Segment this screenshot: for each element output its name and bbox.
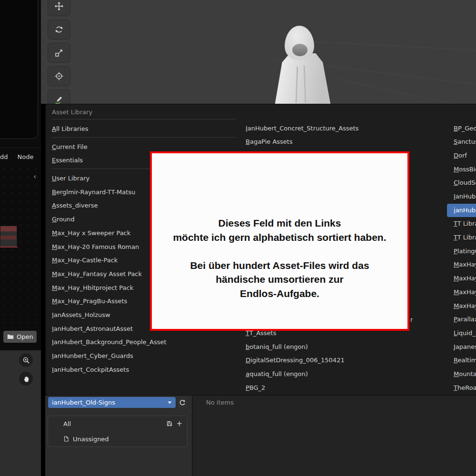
annotation-line: Bei über hundert Asset-Files wird das	[157, 258, 403, 273]
rotate-icon	[54, 25, 64, 34]
navigation-rail	[0, 350, 41, 476]
node-editor-region: dd Node ‹ Open	[0, 0, 41, 350]
asset-library-menu-item[interactable]: MaxHay	[447, 299, 476, 313]
annotate-tool-button[interactable]	[48, 89, 70, 104]
folder-icon	[7, 334, 14, 339]
menu-add-clipped[interactable]: dd	[0, 153, 8, 160]
viewport-toolbar	[48, 0, 70, 104]
asset-library-menu-item[interactable]: ianHube	[447, 204, 476, 218]
asset-library-selector-value: ianHubert_Old-Signs	[52, 399, 168, 406]
annotate-pencil-icon	[54, 95, 64, 104]
chevron-down-icon	[168, 401, 172, 404]
asset-library-menu-item[interactable]: BagaPie Assets	[246, 135, 446, 149]
shader-node[interactable]	[0, 226, 17, 248]
asset-library-menu-item[interactable]: botaniq_full (engon)	[246, 340, 446, 354]
catalog-tree: All +	[48, 416, 188, 447]
add-catalog-icon[interactable]: +	[176, 420, 182, 427]
chevron-left-icon[interactable]: ‹	[33, 173, 36, 180]
asset-library-menu-item[interactable]: TT Libra	[447, 231, 476, 245]
asset-library-menu-item[interactable]: Parallax	[447, 313, 476, 327]
node-link	[0, 247, 18, 248]
3d-viewport[interactable]	[41, 0, 476, 104]
asset-library-menu-item[interactable]: CloudSc	[447, 176, 476, 190]
statue-face	[292, 44, 307, 56]
annotation-line: Endlos-Aufgabe.	[157, 287, 403, 301]
save-catalog-icon[interactable]	[167, 421, 172, 426]
asset-library-menu-item[interactable]: All Libraries	[52, 122, 236, 136]
clipped-menu-item-fragment[interactable]: r	[410, 313, 413, 327]
asset-library-menu-item[interactable]: MaxHay	[447, 286, 476, 299]
asset-library-menu-item[interactable]: aquatiq_full (engon)	[246, 367, 446, 381]
annotation-line: möchte ich gern alphabetisch sortiert ha…	[157, 230, 403, 245]
hand-icon	[22, 375, 30, 383]
annotation-line: händische umsortieren zur	[157, 272, 403, 287]
move-tool-button[interactable]	[48, 0, 70, 16]
asset-browser-region: ianHubert_Old-Signs All	[45, 395, 476, 476]
open-button-label: Open	[17, 333, 33, 340]
open-button[interactable]: Open	[3, 331, 37, 343]
transform-tool-button[interactable]	[48, 66, 70, 86]
menu-node[interactable]: Node	[18, 153, 34, 160]
asset-library-menu-item[interactable]: TT Libra	[447, 217, 476, 231]
catalog-unassigned-label: Unassigned	[73, 436, 109, 443]
asset-library-menu-item[interactable]: IanHubert_CockpitAssets	[52, 363, 236, 377]
menu-section-all: All Libraries	[52, 122, 236, 136]
asset-library-menu-item[interactable]: Liquid_S	[447, 327, 476, 340]
asset-library-menu-item[interactable]: MossBio	[447, 163, 476, 177]
asset-library-menu-item[interactable]: Realtime	[447, 354, 476, 367]
catalog-row-unassigned[interactable]: Unassigned	[48, 431, 187, 446]
asset-library-menu-item[interactable]: IanHunbert_Cyber_Guards	[52, 349, 236, 363]
statue-robe	[273, 53, 332, 104]
move-icon	[54, 1, 64, 11]
zoom-button[interactable]	[19, 353, 33, 367]
3d-model-statue[interactable]	[257, 23, 343, 104]
asset-library-menu-item[interactable]: BP_Geo	[447, 122, 476, 136]
unassigned-file-icon	[63, 436, 69, 442]
menu-separator	[52, 137, 236, 138]
node-header	[0, 226, 17, 231]
asset-library-menu-item[interactable]: TheRoa	[447, 381, 476, 395]
annotation-line: Dieses Feld mit den Links	[157, 216, 403, 230]
asset-library-menu-item[interactable]: Dorf	[447, 149, 476, 163]
rotate-tool-button[interactable]	[48, 20, 70, 40]
magnifier-plus-icon	[22, 357, 30, 364]
menu-separator	[52, 119, 236, 119]
asset-library-menu-item[interactable]: PlatingG	[447, 245, 476, 258]
pan-button[interactable]	[19, 372, 33, 386]
asset-library-menu-item[interactable]: MaxHay	[447, 272, 476, 286]
node-editor-panel-outline	[0, 0, 38, 139]
annotation-box: Dieses Feld mit den Linksmöchte ich gern…	[150, 151, 409, 331]
grid-line	[335, 79, 475, 104]
catalog-row-all[interactable]: All +	[48, 416, 187, 431]
blender-window: dd Node ‹ Open	[0, 0, 476, 476]
scale-icon	[54, 48, 64, 58]
node-editor-header-divider	[0, 148, 41, 148]
asset-library-menu-item[interactable]: MaxHay	[447, 258, 476, 272]
asset-library-selector[interactable]: ianHubert_Old-Signs	[48, 397, 176, 408]
library-menu-column-3: BP_GeoSanctusDorfMossBioCloudScIanHubeia…	[447, 122, 476, 395]
transform-gizmo-icon	[54, 71, 64, 81]
node-band	[0, 236, 17, 239]
asset-library-menu-item[interactable]: Sanctus	[447, 135, 476, 149]
asset-library-menu-item[interactable]: IanHubert_Background_People_Asset	[52, 336, 236, 349]
node-editor-canvas[interactable]	[0, 165, 41, 330]
node-editor-header: dd Node	[0, 153, 33, 160]
asset-library-menu-item[interactable]: PBG_2	[246, 381, 446, 395]
catalog-all-label: All	[63, 420, 71, 427]
region-divider[interactable]	[192, 396, 193, 476]
asset-library-menu-item[interactable]: IanHube	[447, 190, 476, 204]
asset-library-menu-item[interactable]: Mountai	[447, 367, 476, 381]
asset-library-menu-item[interactable]: DigitalSetDressing_006_150421	[246, 354, 446, 367]
annotation-line	[157, 244, 403, 258]
status-no-items: No items	[206, 399, 234, 406]
scale-tool-button[interactable]	[48, 43, 70, 63]
refresh-library-button[interactable]	[177, 397, 187, 408]
refresh-icon	[179, 399, 186, 406]
asset-library-menu-item[interactable]: IanHubert_Concret_Structure_Assets	[246, 122, 446, 136]
menu-title: Asset Library	[52, 106, 236, 118]
asset-library-menu-item[interactable]: Japanes	[447, 340, 476, 354]
